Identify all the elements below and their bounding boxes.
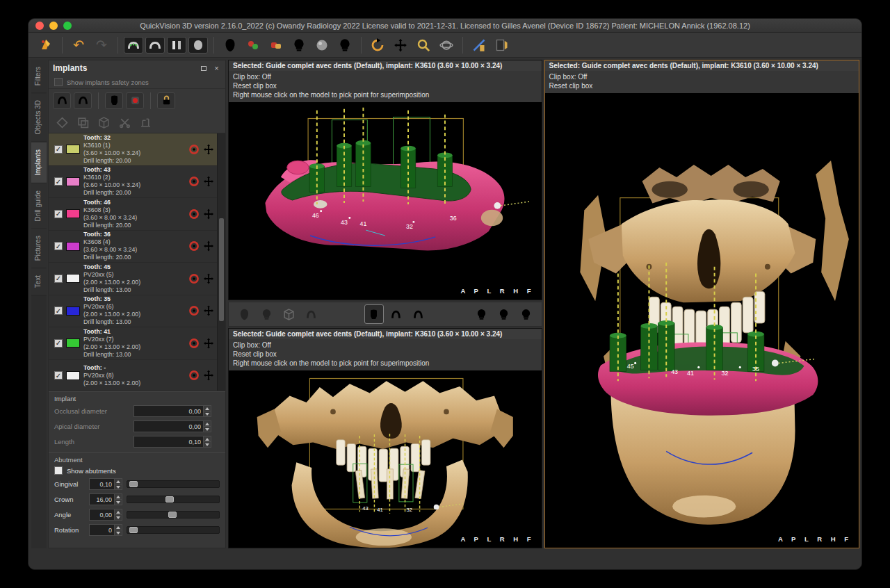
measure-implant-button[interactable]	[136, 114, 154, 131]
guide-with-teeth-button[interactable]	[364, 304, 384, 324]
implant-list-scrollbar[interactable]	[217, 133, 225, 391]
implant-safety-icon[interactable]	[188, 273, 200, 284]
tab-objects-3d[interactable]: Objects 3D	[31, 93, 47, 142]
implant-color-swatch[interactable]	[66, 371, 80, 380]
soft-tissue-view-button[interactable]	[234, 304, 254, 324]
3d-canvas-skull[interactable]: 43 41 32 A P L R H F	[229, 370, 542, 548]
export-guide-button[interactable]	[492, 35, 512, 55]
guide-resin-button[interactable]	[387, 304, 406, 324]
lock-implants-button[interactable]	[157, 92, 175, 109]
implant-safety-icon[interactable]	[188, 305, 200, 316]
mirror-implant-button[interactable]	[53, 114, 71, 131]
mini-skull-soft-button[interactable]	[801, 523, 811, 532]
show-skull-wireframe-button[interactable]	[334, 35, 355, 55]
implant-visible-checkbox[interactable]: ✓	[54, 242, 63, 250]
add-implant-button[interactable]	[105, 92, 123, 109]
close-button[interactable]	[35, 22, 44, 30]
implant-visible-checkbox[interactable]: ✓	[54, 275, 63, 283]
implant-list-item[interactable]: ✓ Tooth: 45 PV20xx (5) (2.00 × 13.00 × 2…	[49, 263, 217, 295]
apical-diameter-input[interactable]	[134, 421, 203, 432]
bone-transparent-button[interactable]	[494, 304, 514, 324]
length-input[interactable]	[134, 436, 203, 447]
spinner-arrows[interactable]	[114, 525, 122, 535]
implant-list-item[interactable]: ✓ Tooth: 32 K3610 (1) (3.60 × 10.00 × 3.…	[49, 133, 217, 166]
owandy-logo[interactable]	[35, 35, 56, 55]
crown-slider[interactable]	[127, 496, 220, 503]
tab-filters[interactable]: Filters	[31, 60, 47, 93]
scrollbar-thumb[interactable]	[219, 218, 224, 321]
show-guides-button[interactable]	[266, 35, 286, 55]
show-objects-button[interactable]	[243, 35, 264, 55]
show-guide-pink-button[interactable]	[74, 92, 92, 109]
implant-visible-checkbox[interactable]: ✓	[54, 339, 63, 348]
implant-color-swatch[interactable]	[66, 209, 80, 218]
show-soft-tissue-button[interactable]	[220, 35, 241, 55]
3d-canvas-main[interactable]: 45 43 41 32 35	[545, 93, 859, 548]
implant-move-icon[interactable]	[203, 305, 214, 316]
minimize-button[interactable]	[49, 22, 58, 30]
guide-marked-button[interactable]	[409, 304, 428, 324]
cut-implant-button[interactable]	[115, 114, 134, 131]
zoom-button[interactable]	[63, 22, 72, 30]
orbit-tool-button[interactable]	[436, 35, 457, 55]
spinner-arrows[interactable]	[114, 494, 122, 505]
undo-button[interactable]: ↶	[68, 35, 89, 55]
show-skull-button[interactable]	[289, 35, 309, 55]
tab-text[interactable]: Text	[31, 268, 47, 295]
rotate-tool-button[interactable]	[367, 35, 388, 55]
spinner-arrows[interactable]	[203, 421, 211, 432]
implant-safety-icon[interactable]	[188, 338, 200, 349]
tab-pictures[interactable]: Pictures	[31, 229, 47, 268]
implant-list-item[interactable]: ✓ Tooth: 46 K3608 (3) (3.60 × 8.00 × 3.2…	[49, 198, 217, 231]
gingival-input[interactable]	[90, 479, 114, 489]
implant-color-swatch[interactable]	[66, 338, 80, 348]
float-panel-icon[interactable]	[199, 64, 208, 73]
view-panoramic-button[interactable]	[145, 37, 165, 54]
bone-hidden-button[interactable]	[517, 304, 536, 324]
implant-safety-icon[interactable]	[188, 144, 200, 155]
spinner-arrows[interactable]	[203, 406, 211, 416]
tab-implants[interactable]: Implants	[31, 142, 47, 183]
implant-safety-icon[interactable]	[188, 240, 200, 252]
implant-move-icon[interactable]	[203, 209, 214, 220]
mini-skull-mixed-button[interactable]	[815, 523, 825, 532]
close-panel-icon[interactable]: ×	[212, 64, 221, 73]
implant-list-item[interactable]: ✓ Tooth: 36 K3608 (4) (3.60 × 8.00 × 3.2…	[49, 231, 217, 263]
arch-view-button[interactable]	[301, 304, 321, 324]
crown-input[interactable]	[90, 494, 114, 505]
implant-visible-checkbox[interactable]: ✓	[54, 177, 63, 186]
implant-safety-icon[interactable]	[188, 176, 200, 187]
objects-view-button[interactable]	[279, 304, 298, 324]
measure-tool-button[interactable]	[469, 35, 490, 55]
mini-skull-transparent-button[interactable]	[829, 523, 839, 532]
implant-move-icon[interactable]	[203, 176, 214, 187]
rotation-slider[interactable]	[127, 526, 220, 534]
mini-skull-opaque-button[interactable]	[787, 523, 798, 532]
implant-list-item[interactable]: ✓ Tooth: 43 K3610 (2) (3.60 × 10.00 × 3.…	[49, 166, 217, 199]
spinner-arrows[interactable]	[114, 509, 122, 520]
implant-move-icon[interactable]	[203, 273, 214, 284]
implant-visible-checkbox[interactable]: ✓	[54, 307, 63, 315]
angle-input[interactable]	[90, 509, 114, 520]
implant-list-item[interactable]: ✓ Tooth: - PV20xx (8) (2.00 × 13.00 × 2.…	[49, 360, 217, 391]
duplicate-implant-button[interactable]	[74, 114, 92, 131]
occlusal-diameter-input[interactable]	[134, 406, 203, 416]
implant-color-swatch[interactable]	[66, 177, 80, 186]
3d-canvas-guide[interactable]: 46 43 41 32 36 A P L R H F	[229, 102, 542, 300]
bone-opaque-button[interactable]	[472, 304, 492, 324]
implant-move-icon[interactable]	[203, 144, 214, 155]
view-implant-gallery-button[interactable]	[167, 37, 186, 54]
gingival-slider[interactable]	[127, 480, 220, 488]
tab-drill-guide[interactable]: Drill guide	[31, 183, 47, 229]
implant-visible-checkbox[interactable]: ✓	[54, 371, 63, 379]
implant-move-icon[interactable]	[203, 370, 214, 381]
pan-tool-button[interactable]	[390, 35, 411, 55]
implant-color-swatch[interactable]	[66, 145, 80, 154]
spinner-arrows[interactable]	[203, 436, 211, 447]
redo-button[interactable]: ↷	[91, 35, 112, 55]
show-guide-green-button[interactable]	[53, 92, 71, 109]
implant-list-item[interactable]: ✓ Tooth: 35 PV20xx (6) (2.00 × 13.00 × 2…	[49, 295, 217, 328]
show-abutments-checkbox[interactable]	[54, 466, 63, 475]
view-profile-button[interactable]	[188, 37, 208, 54]
implant-safety-icon[interactable]	[188, 370, 200, 381]
